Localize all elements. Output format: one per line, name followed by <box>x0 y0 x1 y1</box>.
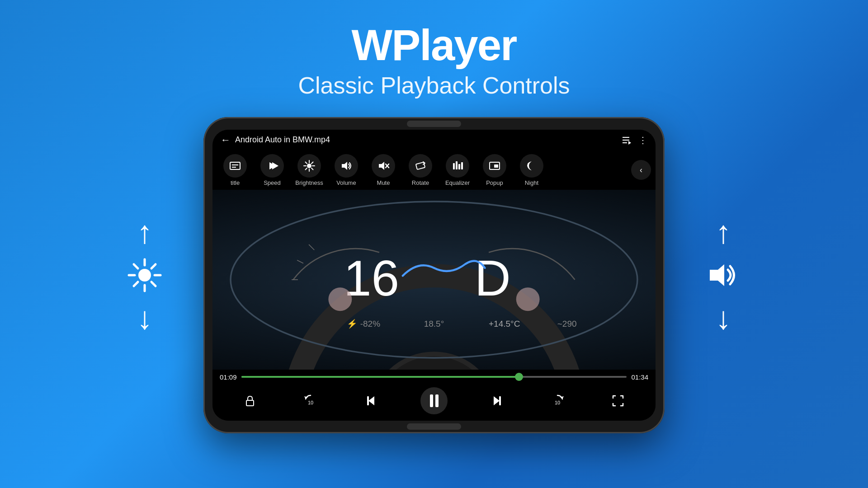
brightness-down-arrow: ↓ <box>137 302 153 334</box>
dashboard-svg: 16 D ▶ 1.3 km Frankfu... ⚡ -82% 18.5° +1… <box>212 190 656 370</box>
progress-fill <box>241 376 519 378</box>
popup-control[interactable]: Popup <box>476 154 513 186</box>
total-time: 01:34 <box>631 373 648 381</box>
svg-marker-17 <box>272 162 278 169</box>
brightness-icon <box>127 257 163 293</box>
svg-marker-27 <box>342 162 347 170</box>
svg-text:16: 16 <box>344 250 399 305</box>
rotate-control[interactable]: Rotate <box>402 154 439 186</box>
more-options-icon[interactable]: ⋮ <box>638 135 647 145</box>
volume-label: Volume <box>336 179 356 186</box>
current-time: 01:09 <box>220 373 237 381</box>
svg-point-0 <box>138 269 151 282</box>
previous-button[interactable] <box>360 389 382 412</box>
next-button[interactable] <box>486 389 508 412</box>
pause-icon <box>430 394 439 407</box>
svg-point-18 <box>307 164 311 168</box>
svg-rect-13 <box>230 162 240 169</box>
pause-bar-left <box>430 394 433 407</box>
topbar-left: ← Android Auto in BMW.mp4 <box>221 134 330 146</box>
svg-marker-66 <box>368 396 374 405</box>
app-subtitle: Classic Playback Controls <box>298 72 570 99</box>
fullscreen-button[interactable] <box>607 389 629 412</box>
video-area: 16 D ▶ 1.3 km Frankfu... ⚡ -82% 18.5° +1… <box>212 190 656 370</box>
mute-control[interactable]: Mute <box>365 154 401 186</box>
speed-control[interactable]: Speed <box>254 154 290 186</box>
rewind-10-button[interactable]: 10 <box>299 389 322 412</box>
night-label: Night <box>525 179 538 186</box>
equalizer-label: Equalizer <box>445 179 470 186</box>
lock-button[interactable] <box>239 389 261 412</box>
svg-rect-32 <box>453 163 455 169</box>
svg-rect-31 <box>416 162 425 169</box>
brightness-control[interactable]: Brightness <box>291 154 327 186</box>
subtitle-icon <box>223 154 247 178</box>
svg-rect-69 <box>499 396 501 405</box>
topbar-right: ⋮ <box>621 135 647 145</box>
svg-rect-37 <box>494 164 498 168</box>
brightness-ctrl-icon <box>297 154 321 178</box>
equalizer-control[interactable]: Equalizer <box>439 154 476 186</box>
popup-label: Popup <box>486 179 503 186</box>
svg-line-7 <box>151 264 156 268</box>
subtitle-label: title <box>231 179 240 186</box>
svg-text:⚡ -82%: ⚡ -82% <box>347 319 380 329</box>
speed-icon <box>260 154 284 178</box>
svg-line-5 <box>134 264 138 268</box>
back-button[interactable]: ← <box>221 134 231 146</box>
equalizer-icon <box>446 154 469 178</box>
phone-side-button <box>203 259 204 282</box>
control-icons-row: title Speed <box>212 150 656 190</box>
volume-control[interactable]: Volume <box>328 154 364 186</box>
svg-line-23 <box>306 162 307 164</box>
svg-line-26 <box>306 168 307 170</box>
brightness-up-arrow: ↑ <box>137 216 153 248</box>
phone-bottom-indicator <box>407 423 461 430</box>
forward-10-button[interactable]: 10 <box>546 389 569 412</box>
svg-rect-63 <box>246 400 254 406</box>
pause-bar-right <box>435 394 439 407</box>
svg-rect-33 <box>456 161 458 169</box>
svg-point-56 <box>516 287 540 311</box>
svg-rect-67 <box>367 396 369 405</box>
progress-track[interactable] <box>241 376 627 378</box>
svg-marker-72 <box>710 264 724 286</box>
svg-marker-68 <box>494 396 500 405</box>
mute-icon <box>372 154 395 178</box>
volume-down-arrow: ↓ <box>716 302 731 334</box>
bmw-dashboard: 16 D ▶ 1.3 km Frankfu... ⚡ -82% 18.5° +1… <box>212 190 656 370</box>
svg-line-25 <box>311 162 313 164</box>
progress-section: 01:09 01:34 <box>212 370 656 384</box>
svg-text:D: D <box>475 250 511 305</box>
svg-line-24 <box>311 168 313 170</box>
svg-text:+14.5°C: +14.5°C <box>489 319 520 328</box>
app-title: WPlayer <box>352 23 517 68</box>
rotate-label: Rotate <box>412 179 429 186</box>
svg-rect-34 <box>458 164 460 169</box>
playback-controls: 10 <box>212 384 656 421</box>
night-control[interactable]: Night <box>514 154 550 186</box>
filename-label: Android Auto in BMW.mp4 <box>235 135 330 145</box>
collapse-controls-button[interactable]: ‹ <box>631 160 651 180</box>
night-icon <box>520 154 543 178</box>
brightness-control-arrows: ↑ ↓ <box>118 216 172 334</box>
pause-button[interactable] <box>420 387 448 414</box>
phone-screen: ← Android Auto in BMW.mp4 ⋮ <box>212 130 656 421</box>
svg-rect-35 <box>461 162 463 169</box>
svg-point-55 <box>328 287 352 311</box>
svg-text:10: 10 <box>555 400 560 405</box>
volume-control-arrows: ↑ ↓ <box>696 216 750 334</box>
svg-text:~290: ~290 <box>557 319 577 328</box>
phone-notch <box>407 121 461 127</box>
screen-topbar: ← Android Auto in BMW.mp4 ⋮ <box>212 130 656 150</box>
playlist-icon[interactable] <box>621 135 632 145</box>
svg-text:10: 10 <box>308 400 313 405</box>
svg-line-8 <box>134 282 138 286</box>
svg-text:18.5°: 18.5° <box>424 319 444 328</box>
mute-label: Mute <box>377 179 390 186</box>
phone-frame: ← Android Auto in BMW.mp4 ⋮ <box>203 117 665 433</box>
rotate-icon <box>409 154 432 178</box>
subtitle-control[interactable]: title <box>217 154 253 186</box>
progress-thumb <box>515 373 523 381</box>
time-row: 01:09 01:34 <box>220 373 648 381</box>
